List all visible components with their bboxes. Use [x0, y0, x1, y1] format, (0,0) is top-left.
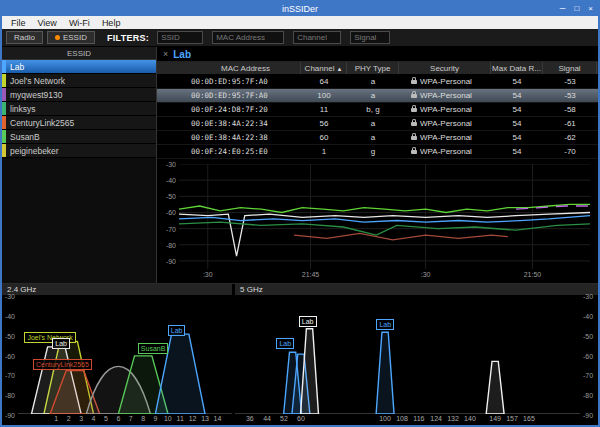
lock-icon — [411, 108, 417, 112]
column-label: PHY Type — [355, 64, 391, 73]
essid-button-label: ESSID — [63, 33, 87, 42]
time-tick-label: :30 — [203, 271, 213, 278]
phy-type-cell: g — [347, 147, 399, 156]
max-data-rate-cell: 54 — [491, 91, 543, 100]
signal-cell: -58 — [543, 105, 597, 114]
maximize-button[interactable]: □ — [574, 5, 579, 13]
menu-help[interactable]: Help — [96, 18, 127, 28]
y-tick-label: -80 — [583, 392, 593, 399]
network-shape-lab — [301, 329, 319, 414]
y-tick-label: -40 — [583, 312, 593, 319]
sort-arrow-icon: ▲ — [336, 66, 342, 72]
essid-item-joelsnetwork[interactable]: Joel's Network — [2, 74, 156, 88]
channel-tick-label: 14 — [214, 415, 222, 422]
menu-wifi[interactable]: Wi-Fi — [63, 18, 96, 28]
column-label: Security — [430, 64, 459, 73]
network-label-centurylink2565: CenturyLink2565 — [33, 359, 92, 370]
channel-tick-label: 36 — [246, 415, 254, 422]
band-header-5ghz: 5 GHz — [235, 284, 598, 296]
table-row[interactable]: 00:0E:38:4A:22:3456aWPA-Personal54-61 — [157, 117, 598, 131]
security-cell: WPA-Personal — [399, 119, 491, 128]
channel-tick-label: 116 — [413, 415, 424, 422]
mac-filter-input[interactable] — [212, 31, 284, 44]
ssid-filter-input[interactable] — [157, 31, 203, 44]
table-row[interactable]: 00:0F:24:D8:7F:2011b, gWPA-Personal54-58 — [157, 103, 598, 117]
column-header-signal[interactable]: Signal — [543, 62, 597, 74]
channel-body-5ghz: LabLabLab 364452601001081161241321401491… — [235, 296, 598, 425]
network-label-lab: Lab — [299, 316, 317, 327]
channel-tick-label: 165 — [523, 415, 535, 422]
channel-tick-label: 7 — [129, 415, 133, 422]
titlebar[interactable]: inSSIDer ─ □ × — [2, 2, 598, 16]
menu-file[interactable]: File — [5, 18, 32, 28]
column-header-security[interactable]: Security — [399, 62, 491, 74]
essid-item-myqwest9130[interactable]: myqwest9130 — [2, 88, 156, 102]
essid-item-susanb[interactable]: SusanB — [2, 130, 156, 144]
table-row[interactable]: 00:0D:ED:95:7F:A0100aWPA-Personal54-53 — [157, 89, 598, 103]
security-label: WPA-Personal — [420, 105, 472, 114]
tab-close-icon[interactable]: × — [163, 49, 168, 59]
essid-sidebar: ESSID LabJoel's Networkmyqwest9130linksy… — [2, 47, 157, 283]
table-row[interactable]: 00:0D:ED:95:7F:A064aWPA-Personal54-53 — [157, 75, 598, 89]
column-header-maxdatar[interactable]: Max Data R... — [491, 62, 543, 74]
content-top: ESSID LabJoel's Networkmyqwest9130linksy… — [2, 47, 598, 283]
channel-cell: 60 — [301, 133, 347, 142]
network-shape-lab — [376, 332, 394, 414]
column-header-macaddress[interactable]: MAC Address — [191, 62, 301, 74]
band-header-24ghz: 2.4 GHz — [2, 284, 232, 296]
column-header-channel[interactable]: Channel▲ — [301, 62, 347, 74]
y-tick-label: -90 — [583, 412, 593, 419]
y-tick-label: -70 — [166, 225, 176, 232]
channel-tick-label: 52 — [280, 415, 288, 422]
y-tick-label: -80 — [5, 392, 15, 399]
essid-item-linksys[interactable]: linksys — [2, 102, 156, 116]
channel-tick-label: 124 — [430, 415, 442, 422]
channel-tick-label: 149 — [489, 415, 501, 422]
security-label: WPA-Personal — [420, 147, 472, 156]
radio-button-label: Radio — [14, 33, 35, 42]
menu-view[interactable]: View — [32, 18, 63, 28]
y-tick-label: -30 — [5, 293, 15, 300]
channel-tick-label: 60 — [297, 415, 305, 422]
canvas-24ghz — [18, 296, 232, 414]
ylabels-24ghz: -30-40-50-60-70-80-90 — [2, 296, 18, 425]
minimize-button[interactable]: ─ — [560, 5, 566, 13]
channel-tick-label: 3 — [79, 415, 83, 422]
column-label: Signal — [558, 64, 580, 73]
canvas-5ghz — [235, 296, 580, 414]
essid-button[interactable]: ESSID — [47, 31, 95, 44]
channel-filter-input[interactable] — [293, 31, 341, 44]
security-cell: WPA-Personal — [399, 147, 491, 156]
security-label: WPA-Personal — [420, 119, 472, 128]
y-tick-label: -50 — [5, 332, 15, 339]
y-tick-label: -70 — [583, 372, 593, 379]
time-graph-canvas — [179, 164, 590, 269]
table-row[interactable]: 00:0F:24:E0:25:E01gWPA-Personal54-70 — [157, 145, 598, 159]
lock-icon — [411, 80, 417, 84]
channel-graph-5ghz: 5 GHz LabLabLab 364452601001081161241321… — [235, 284, 598, 425]
tab-lab[interactable]: Lab — [173, 49, 191, 60]
channel-tick-label: 44 — [263, 415, 271, 422]
channel-tick-label: 108 — [396, 415, 408, 422]
table-header: MAC AddressChannel▲PHY TypeSecurityMax D… — [157, 62, 598, 75]
essid-item-peiginebeker[interactable]: peiginebeker — [2, 144, 156, 158]
channel-body-24ghz: -30-40-50-60-70-80-90 Joel's NetworkLabC… — [2, 296, 232, 425]
channel-tick-label: 12 — [189, 415, 197, 422]
y-tick-label: -90 — [166, 257, 176, 264]
plot-5ghz: LabLabLab — [235, 296, 580, 414]
essid-item-centurylink2565[interactable]: CenturyLink2565 — [2, 116, 156, 130]
radio-button[interactable]: Radio — [6, 31, 43, 44]
channel-cell: 64 — [301, 77, 347, 86]
signal-filter-input[interactable] — [350, 31, 390, 44]
security-cell: WPA-Personal — [399, 105, 491, 114]
time-tick-label: 21:50 — [524, 271, 542, 278]
channel-graph-24ghz: 2.4 GHz -30-40-50-60-70-80-90 Joel's Net… — [2, 284, 232, 425]
table-row[interactable]: 00:0E:38:4A:22:3860aWPA-Personal54-62 — [157, 131, 598, 145]
close-button[interactable]: × — [588, 5, 593, 13]
mac-address-cell: 00:0D:ED:95:7F:A0 — [191, 77, 301, 86]
mac-address-cell: 00:0D:ED:95:7F:A0 — [191, 91, 301, 100]
essid-item-lab[interactable]: Lab — [2, 60, 156, 74]
column-header-phytype[interactable]: PHY Type — [347, 62, 399, 74]
channel-tick-label: 100 — [379, 415, 391, 422]
y-tick-label: -40 — [166, 177, 176, 184]
